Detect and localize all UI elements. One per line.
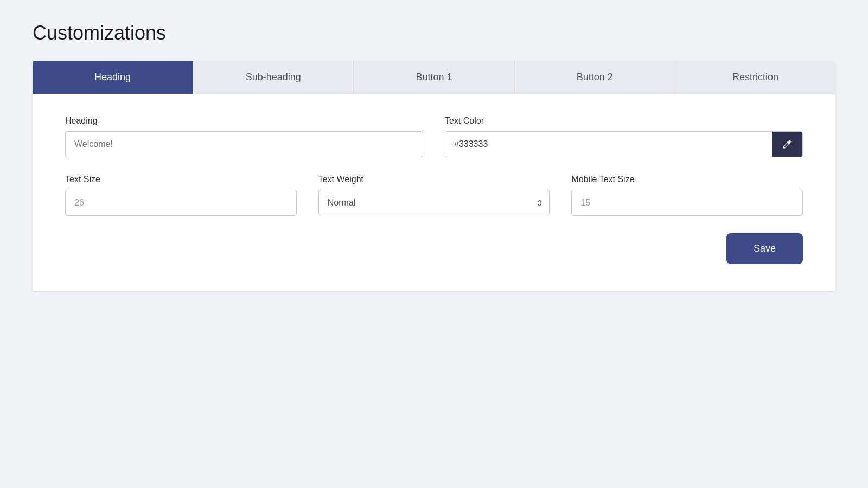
- tab-restriction[interactable]: Restriction: [675, 61, 835, 94]
- tab-sub-heading[interactable]: Sub-heading: [193, 61, 354, 94]
- eyedropper-icon: [782, 139, 793, 150]
- text-weight-select[interactable]: Normal Bold Light: [318, 190, 550, 215]
- text-color-group: Text Color: [445, 116, 803, 157]
- page-title: Customizations: [33, 22, 835, 44]
- text-size-label: Text Size: [65, 175, 297, 184]
- heading-input[interactable]: [65, 131, 423, 157]
- color-picker-button[interactable]: [772, 132, 802, 157]
- mobile-text-size-input[interactable]: [571, 190, 803, 216]
- save-button[interactable]: Save: [726, 233, 803, 264]
- heading-group: Heading: [65, 116, 423, 157]
- text-color-input[interactable]: [445, 132, 772, 157]
- color-input-wrapper: [445, 131, 803, 157]
- customizations-card: Heading Sub-heading Button 1 Button 2 Re…: [33, 61, 835, 291]
- tab-heading[interactable]: Heading: [33, 61, 193, 94]
- text-size-input[interactable]: [65, 190, 297, 216]
- mobile-text-size-group: Mobile Text Size: [571, 175, 803, 216]
- text-weight-select-wrapper: Normal Bold Light ⇕: [318, 190, 550, 215]
- text-weight-group: Text Weight Normal Bold Light ⇕: [318, 175, 550, 215]
- form-footer: Save: [65, 233, 803, 264]
- row-heading-color: Heading Text Color: [65, 116, 803, 157]
- tab-button2[interactable]: Button 2: [515, 61, 675, 94]
- row-size-weight: Text Size Text Weight Normal Bold Light …: [65, 175, 803, 216]
- mobile-text-size-label: Mobile Text Size: [571, 175, 803, 184]
- text-size-group: Text Size: [65, 175, 297, 216]
- tab-bar: Heading Sub-heading Button 1 Button 2 Re…: [33, 61, 835, 94]
- text-color-label: Text Color: [445, 116, 803, 126]
- text-weight-label: Text Weight: [318, 175, 550, 184]
- heading-label: Heading: [65, 116, 423, 126]
- form-area: Heading Text Color Text Size: [33, 94, 835, 291]
- tab-button1[interactable]: Button 1: [354, 61, 514, 94]
